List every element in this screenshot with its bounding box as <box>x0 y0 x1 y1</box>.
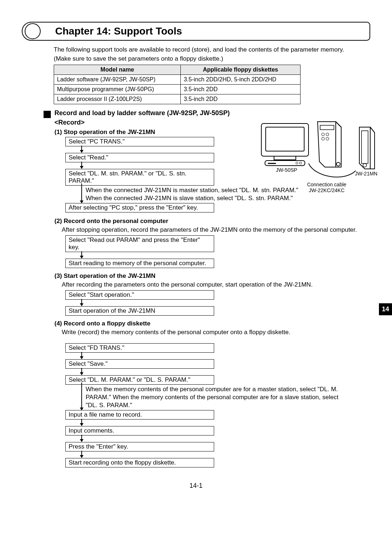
table-row: Ladder software (JW-92SP, JW-50SP) 3.5-i… <box>54 75 301 85</box>
svg-point-14 <box>336 162 340 166</box>
svg-point-13 <box>326 137 329 140</box>
save-note: (Make sure to save the set parameters on… <box>54 55 370 62</box>
cable-line1: Connection cable <box>307 182 346 187</box>
arrow-down-icon <box>80 252 370 259</box>
step4-heading: (4) Record onto a floppy diskette <box>54 320 370 327</box>
step3-heading: (3) Start operation of the JW-21MN <box>54 272 370 280</box>
flow-box: Select "FD TRANS." <box>65 343 214 353</box>
step2-text: After stopping operation, record the par… <box>62 226 370 234</box>
flow-box: Start reading to memory of the personal … <box>65 259 214 268</box>
table-row: Ladder processor II (Z-100LP2S) 3.5-inch… <box>54 94 301 104</box>
svg-point-5 <box>296 162 298 164</box>
svg-point-6 <box>299 162 302 164</box>
chapter-title: Chapter 14: Support Tools <box>55 25 362 37</box>
step3-flow: Select "Start operation." Start operatio… <box>65 290 370 316</box>
connection-diagram: JW-50SP JW-21MN Connection cable JW-22KC… <box>254 120 377 193</box>
arrow-down-icon <box>80 369 370 375</box>
step2-flow: Select "Read out PARAM" and press the "E… <box>65 235 370 268</box>
flow-box: After selecting "PC stop," press the "En… <box>65 203 214 212</box>
flow-box: Start operation of the JW-21MN <box>65 306 214 316</box>
arrow-down-icon <box>80 300 370 306</box>
svg-rect-17 <box>362 131 368 163</box>
svg-line-16 <box>370 127 375 133</box>
diagram-svg <box>254 120 377 189</box>
th-model: Model name <box>54 65 181 75</box>
flow-box: Press the "Enter" key. <box>65 442 214 451</box>
svg-line-8 <box>336 122 341 127</box>
svg-rect-9 <box>320 125 334 130</box>
arrow-down-icon <box>80 420 370 426</box>
page-number: 14-1 <box>22 482 370 490</box>
arrow-down-icon <box>80 436 370 442</box>
svg-rect-2 <box>274 156 296 160</box>
svg-point-10 <box>322 133 324 136</box>
tools-table: Model name Applicable floppy diskettes L… <box>54 65 301 104</box>
flow-box: Input a file name to record. <box>65 410 214 420</box>
chapter-tab: 14 <box>379 303 392 315</box>
arrow-down-icon <box>80 353 370 359</box>
label-jw50sp: JW-50SP <box>276 167 297 173</box>
intro-text: The following support tools are availabl… <box>54 46 370 54</box>
flow-box: Select "Save." <box>65 359 214 369</box>
bullet-square-icon <box>44 111 51 118</box>
step4-flow: Select "FD TRANS." Select "Save." Select… <box>65 343 370 467</box>
chapter-header: Chapter 14: Support Tools <box>22 22 370 41</box>
flow-box: Input comments. <box>65 426 214 436</box>
flow-box: Select "PC TRANS." <box>65 137 214 146</box>
flow-box: Select "Read out PARAM" and press the "E… <box>65 235 214 252</box>
header-circle <box>25 23 41 39</box>
step4-text: Write (record) the memory contents of th… <box>62 328 370 336</box>
step3-text: After recording the parameters onto the … <box>62 281 370 289</box>
label-cable: Connection cable JW-22KC/24KC <box>301 182 352 193</box>
flow-box: Select "Read." <box>65 153 214 162</box>
svg-point-18 <box>363 163 367 167</box>
svg-point-12 <box>322 137 324 140</box>
step2-heading: (2) Record onto the personal computer <box>54 218 370 225</box>
flow-box: Select "DL. M. stn. PARAM." or "DL. S. s… <box>65 169 214 186</box>
flow-box: Select "Start operation." <box>65 290 214 300</box>
section-heading: Record and load by ladder software (JW-9… <box>54 109 230 117</box>
svg-rect-1 <box>266 127 304 151</box>
label-jw21mn: JW-21MN <box>355 171 377 177</box>
table-row: Multipurpose programmer (JW-50PG) 3.5-in… <box>54 85 301 94</box>
section-title: Record and load by ladder software (JW-9… <box>44 109 370 118</box>
flow-box: Select "DL. M. PARAM." or "DL. S. PARAM.… <box>65 375 214 385</box>
flow-box: Start recording onto the floppy diskette… <box>65 458 214 467</box>
flow-inline-note: When the memory contents of the personal… <box>80 385 341 410</box>
cable-line2: JW-22KC/24KC <box>309 187 345 193</box>
th-diskette: Applicable floppy diskettes <box>181 65 301 75</box>
svg-point-11 <box>326 133 329 136</box>
arrow-down-icon <box>80 451 370 458</box>
